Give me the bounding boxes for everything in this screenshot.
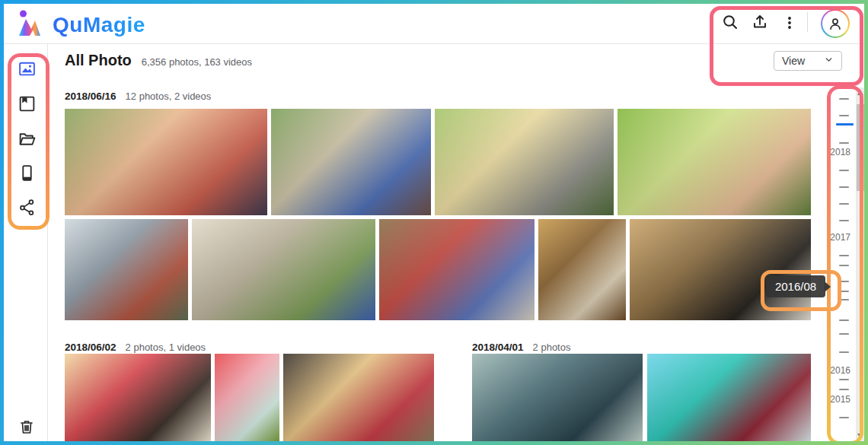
photo-group-header: 2018/04/012 photos (472, 342, 570, 353)
scrollbar-up-arrow[interactable] (856, 87, 864, 98)
timeline-tick (839, 389, 849, 390)
timeline-tick (839, 319, 849, 321)
app-title: QuMagie (53, 13, 145, 37)
photo-icon (18, 59, 37, 81)
timeline-tick (839, 281, 849, 282)
timeline-tick (839, 255, 849, 256)
sidebar-item-sharing[interactable] (14, 196, 39, 221)
view-dropdown-label: View (782, 55, 805, 67)
timeline-year-2017: 2017 (824, 232, 850, 243)
timeline-year-2016: 2016 (824, 365, 850, 376)
app-logo[interactable]: QuMagie (17, 8, 145, 42)
folder-icon (18, 129, 37, 151)
timeline-tick (839, 115, 849, 116)
photo-thumbnail-tent-camping-family[interactable] (192, 219, 375, 320)
more-options-icon[interactable] (780, 13, 799, 33)
sidebar-item-mobile-uploads[interactable] (14, 162, 39, 186)
photo-thumbnail-family-hiking-backpacks[interactable] (65, 219, 188, 320)
photo-thumbnail-berry-pancake-skillet[interactable] (65, 354, 211, 441)
sidebar-item-trash[interactable] (14, 416, 39, 440)
page-subtitle: 6,356 photos, 163 videos (142, 56, 252, 68)
timeline-tick (839, 203, 849, 205)
topbar-separator (807, 12, 808, 32)
window-frame: QuMagie (0, 0, 868, 445)
timeline-tick (839, 265, 849, 266)
chevron-down-icon (824, 55, 834, 67)
timeline-tick (839, 417, 849, 418)
upload-icon[interactable] (750, 12, 770, 32)
sidebar-item-albums[interactable] (14, 93, 39, 117)
group-date: 2018/06/16 (65, 91, 116, 102)
page-title: All Photo (65, 52, 132, 69)
timeline-tick (839, 220, 849, 221)
photo-group-header: 2018/06/022 photos, 1 videos (65, 342, 206, 353)
timeline-year-2018: 2018 (824, 147, 850, 157)
timeline-tick (839, 291, 849, 292)
user-avatar[interactable] (821, 9, 850, 38)
sidebar-item-photos[interactable] (14, 58, 39, 82)
photo-thumbnail-city-skyscrapers[interactable] (472, 354, 643, 441)
photo-thumbnail-family-cycling-helmets[interactable] (271, 109, 431, 215)
timeline-tooltip: 2016/08 (766, 275, 825, 297)
timeline-tick-active (836, 123, 854, 126)
qumagie-logo-icon (17, 8, 46, 42)
photo-thumbnail-family-picnic-table[interactable] (379, 219, 535, 320)
photo-thumbnail-kids-cycling-road[interactable] (435, 109, 614, 215)
scrollbar-thumb[interactable] (857, 104, 864, 191)
photo-thumbnail-family-portrait-outdoor[interactable] (65, 109, 267, 215)
qumagie-app: QuMagie (4, 4, 864, 441)
timeline-tick (839, 299, 849, 300)
timeline-tick (839, 379, 849, 380)
timeline-tick (839, 333, 849, 335)
photo-thumbnail-couple-with-bicycle-park[interactable] (617, 109, 811, 215)
sidebar-divider (47, 44, 48, 441)
scrollbar-down-arrow[interactable] (856, 431, 864, 441)
album-icon (18, 94, 37, 116)
photo-group-header: 2018/06/1612 photos, 2 videos (65, 91, 211, 102)
timeline-tick (839, 186, 849, 188)
timeline-tick (839, 170, 849, 171)
group-count: 2 photos (533, 342, 571, 353)
topbar-divider (4, 43, 864, 44)
group-count: 2 photos, 1 videos (126, 342, 206, 353)
group-count: 12 photos, 2 videos (126, 91, 212, 102)
photo-thumbnail-video-camera-on-desk[interactable] (630, 219, 811, 320)
photo-thumbnail-harbor-junk-boat[interactable] (647, 354, 811, 441)
view-dropdown[interactable]: View (774, 51, 842, 71)
sidebar-item-folders[interactable] (14, 128, 39, 152)
vertical-scrollbar[interactable] (856, 87, 864, 441)
photo-thumbnail-autumn-park-family[interactable] (538, 219, 626, 320)
share-icon (18, 198, 37, 220)
timeline-tick (839, 351, 849, 353)
timeline-tick (839, 98, 849, 100)
group-date: 2018/06/02 (65, 342, 116, 353)
search-icon[interactable] (720, 12, 740, 32)
mobile-icon (18, 164, 37, 186)
timeline-tooltip-label: 2016/08 (775, 280, 816, 293)
user-avatar-icon (822, 11, 848, 37)
trash-icon (18, 418, 36, 439)
group-date: 2018/04/01 (472, 342, 524, 353)
photo-thumbnail-strawberry-bowl[interactable] (215, 354, 279, 441)
timeline-tick (839, 142, 849, 144)
photo-thumbnail-crepes-berries-bowl[interactable] (283, 354, 434, 441)
timeline-year-2015: 2015 (824, 394, 850, 405)
